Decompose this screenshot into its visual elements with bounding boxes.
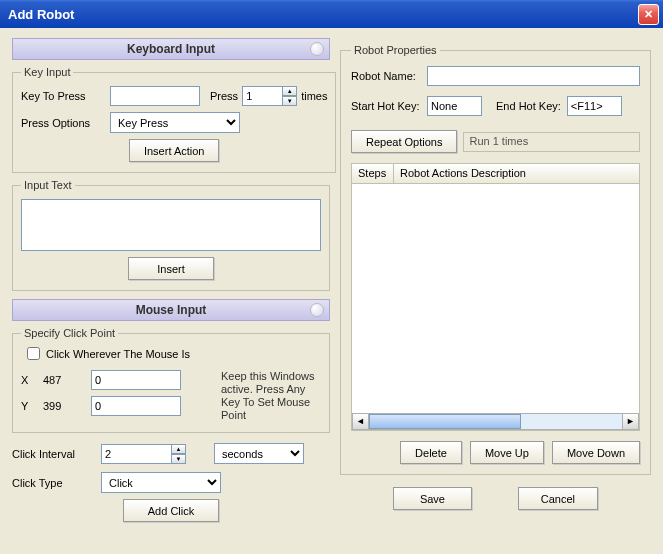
input-text-group: Input Text Insert <box>12 179 330 291</box>
add-click-button[interactable]: Add Click <box>123 499 219 522</box>
collapse-icon[interactable] <box>310 303 324 317</box>
robot-name-input[interactable] <box>427 66 640 86</box>
press-options-label: Press Options <box>21 117 106 129</box>
insert-action-button[interactable]: Insert Action <box>129 139 220 162</box>
press-count-spinner[interactable]: ▲▼ <box>242 86 297 106</box>
end-hotkey-input[interactable] <box>567 96 622 116</box>
y-display: 399 <box>43 400 83 412</box>
specify-click-legend: Specify Click Point <box>21 327 118 339</box>
x-input[interactable] <box>91 370 181 390</box>
key-to-press-label: Key To Press <box>21 90 106 102</box>
robot-properties-group: Robot Properties Robot Name: Start Hot K… <box>340 44 651 475</box>
key-input-legend: Key Input <box>21 66 73 78</box>
collapse-icon[interactable] <box>310 42 324 56</box>
move-down-button[interactable]: Move Down <box>552 441 640 464</box>
click-interval-label: Click Interval <box>12 448 97 460</box>
click-type-select[interactable]: Click <box>101 472 221 493</box>
spin-up-icon[interactable]: ▲ <box>282 86 297 96</box>
times-label: times <box>301 90 327 102</box>
scroll-right-icon[interactable]: ► <box>622 413 639 430</box>
spin-up-icon[interactable]: ▲ <box>171 444 186 454</box>
press-options-select[interactable]: Key Press <box>110 112 240 133</box>
keyboard-panel-header[interactable]: Keyboard Input <box>12 38 330 60</box>
interval-unit-select[interactable]: seconds <box>214 443 304 464</box>
click-wherever-checkbox[interactable] <box>27 347 40 360</box>
titlebar: Add Robot ✕ <box>0 0 663 28</box>
scroll-track[interactable] <box>369 413 622 430</box>
mouse-panel-header[interactable]: Mouse Input <box>12 299 330 321</box>
col-description[interactable]: Robot Actions Description <box>394 164 639 183</box>
keyboard-panel-title: Keyboard Input <box>127 42 215 56</box>
repeat-options-button[interactable]: Repeat Options <box>351 130 457 153</box>
y-label: Y <box>21 400 35 412</box>
y-input[interactable] <box>91 396 181 416</box>
insert-button[interactable]: Insert <box>128 257 214 280</box>
spin-down-icon[interactable]: ▼ <box>282 96 297 106</box>
repeat-summary: Run 1 times <box>463 132 640 152</box>
press-label: Press <box>210 90 238 102</box>
click-interval-spinner[interactable]: ▲▼ <box>101 444 186 464</box>
table-body[interactable] <box>352 184 639 413</box>
start-hotkey-input[interactable] <box>427 96 482 116</box>
save-button[interactable]: Save <box>393 487 472 510</box>
col-steps[interactable]: Steps <box>352 164 394 183</box>
actions-table: Steps Robot Actions Description ◄ ► <box>351 163 640 431</box>
move-up-button[interactable]: Move Up <box>470 441 544 464</box>
robot-name-label: Robot Name: <box>351 70 421 82</box>
robot-properties-legend: Robot Properties <box>351 44 440 56</box>
click-wherever-label: Click Wherever The Mouse Is <box>46 348 190 360</box>
x-display: 487 <box>43 374 83 386</box>
input-text-legend: Input Text <box>21 179 75 191</box>
end-hotkey-label: End Hot Key: <box>496 100 561 112</box>
scroll-left-icon[interactable]: ◄ <box>352 413 369 430</box>
start-hotkey-label: Start Hot Key: <box>351 100 421 112</box>
click-type-label: Click Type <box>12 477 97 489</box>
input-text-area[interactable] <box>21 199 321 251</box>
press-count-input[interactable] <box>242 86 282 106</box>
horizontal-scrollbar[interactable]: ◄ ► <box>352 413 639 430</box>
specify-click-group: Specify Click Point Click Wherever The M… <box>12 327 330 433</box>
spin-down-icon[interactable]: ▼ <box>171 454 186 464</box>
key-to-press-input[interactable] <box>110 86 200 106</box>
window-title: Add Robot <box>8 7 638 22</box>
x-label: X <box>21 374 35 386</box>
delete-button[interactable]: Delete <box>400 441 462 464</box>
close-icon[interactable]: ✕ <box>638 4 659 25</box>
click-interval-input[interactable] <box>101 444 171 464</box>
cancel-button[interactable]: Cancel <box>518 487 598 510</box>
mouse-hint: Keep this Windows active. Press Any Key … <box>221 370 321 422</box>
key-input-group: Key Input Key To Press Press ▲▼ times Pr… <box>12 66 336 173</box>
mouse-panel-title: Mouse Input <box>136 303 207 317</box>
table-header: Steps Robot Actions Description <box>352 164 639 184</box>
scroll-thumb[interactable] <box>369 414 521 429</box>
